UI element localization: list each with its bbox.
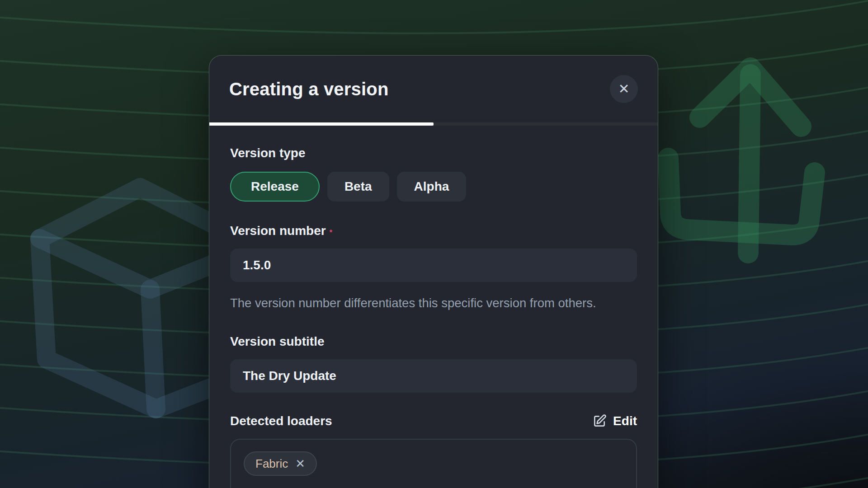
chip-remove-icon[interactable]: ✕ — [295, 458, 305, 469]
version-type-beta-button[interactable]: Beta — [327, 172, 389, 202]
close-button[interactable]: ✕ — [610, 75, 638, 103]
version-number-label: Version number — [230, 224, 326, 238]
edit-icon — [592, 414, 607, 428]
version-subtitle-label: Version subtitle — [230, 334, 325, 348]
version-type-alpha-button[interactable]: Alpha — [397, 172, 467, 202]
detected-loaders-box: Fabric ✕ — [230, 439, 637, 488]
loader-chip-fabric[interactable]: Fabric ✕ — [244, 451, 317, 476]
modal-title: Creating a version — [229, 79, 389, 99]
edit-loaders-button[interactable]: Edit — [592, 414, 637, 428]
version-type-release-button[interactable]: Release — [230, 172, 320, 202]
detected-loaders-label: Detected loaders — [230, 413, 332, 429]
modal-header: Creating a version ✕ — [209, 56, 658, 122]
wizard-progress-fill — [209, 122, 434, 126]
create-version-modal: Creating a version ✕ Version type Releas… — [209, 55, 658, 488]
wizard-progress-track — [209, 122, 658, 126]
modal-body: Version type Release Beta Alpha Version … — [209, 126, 658, 488]
edit-label: Edit — [613, 414, 637, 428]
required-asterisk: * — [330, 229, 332, 236]
version-subtitle-input[interactable] — [230, 359, 637, 393]
version-type-label: Version type — [230, 145, 637, 161]
close-icon: ✕ — [618, 75, 629, 103]
version-number-input[interactable] — [230, 249, 637, 282]
upload-arrow-icon — [668, 68, 815, 253]
loader-chip-label: Fabric — [255, 457, 288, 471]
alpha-label: Alpha — [414, 179, 449, 194]
release-label: Release — [251, 179, 299, 194]
beta-label: Beta — [344, 179, 372, 194]
version-type-options: Release Beta Alpha — [230, 172, 637, 202]
version-number-help-text: The version number differentiates this s… — [230, 293, 612, 313]
